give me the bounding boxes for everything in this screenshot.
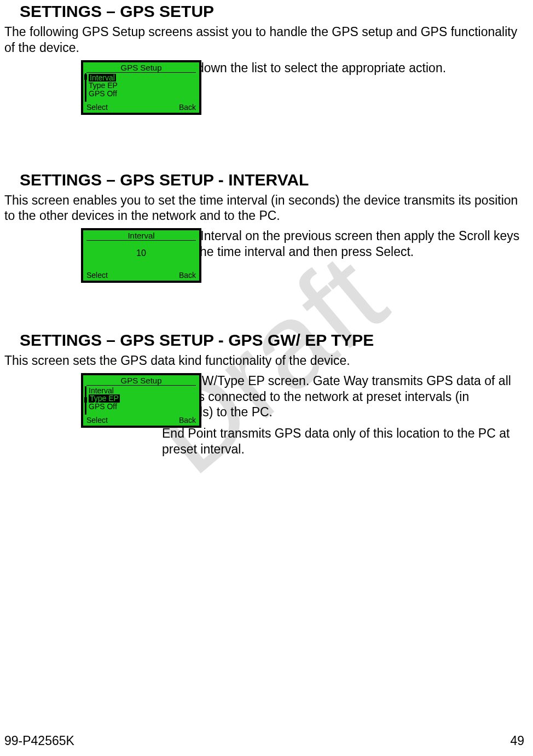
lcd-interval-value: 10 (83, 248, 199, 258)
caption-interval: Select Interval on the previous screen t… (162, 228, 523, 260)
body-gps-setup: The following GPS Setup screens assist y… (4, 24, 529, 56)
lcd-item-interval: Interval (89, 387, 196, 395)
body-interval: This screen enables you to set the time … (4, 193, 529, 224)
lcd-softkey-select: Select (86, 103, 108, 112)
lcd-scroll-thumb (84, 397, 87, 403)
doc-number: 99-P42565K (4, 734, 74, 748)
lcd-item-type-ep: Type EP (89, 82, 196, 90)
lcd-softkey-select: Select (86, 271, 108, 280)
lcd-title: GPS Setup (86, 62, 196, 73)
lcd-screenshot-gw-ep: GPS Setup Interval Type EP GPS Off Selec… (81, 373, 201, 428)
lcd-title: GPS Setup (86, 375, 196, 386)
lcd-softkey-back: Back (179, 271, 196, 280)
caption-gps-setup: Scroll down the list to select the appro… (162, 60, 523, 76)
lcd-item-type-ep: Type EP (89, 394, 120, 403)
lcd-screenshot-interval: Interval 10 Select Back (81, 228, 201, 283)
heading-interval: SETTINGS – GPS SETUP - INTERVAL (20, 171, 529, 189)
lcd-softkey-back: Back (179, 103, 196, 112)
caption-gw-ep-1: GPS GW/Type EP screen. Gate Way transmit… (162, 373, 523, 420)
lcd-menu-list: Interval Type EP GPS Off (83, 386, 199, 411)
heading-gps-setup: SETTINGS – GPS SETUP (20, 2, 529, 21)
lcd-softkey-back: Back (179, 416, 196, 424)
caption-gw-ep-2: End Point transmits GPS data only of thi… (162, 426, 523, 457)
body-gw-ep-type: This screen sets the GPS data kind funct… (4, 353, 529, 369)
heading-gw-ep-type: SETTINGS – GPS SETUP - GPS GW/ EP TYPE (20, 331, 529, 350)
lcd-item-gps-off: GPS Off (89, 90, 196, 98)
lcd-softkey-select: Select (86, 416, 108, 424)
lcd-title: Interval (86, 230, 196, 241)
page-number: 49 (510, 734, 524, 748)
lcd-menu-list: Interval Type EP GPS Off (83, 73, 199, 98)
lcd-item-interval: Interval (89, 74, 116, 82)
lcd-screenshot-gps-setup: GPS Setup Interval Type EP GPS Off Selec… (81, 60, 201, 115)
lcd-item-gps-off: GPS Off (89, 403, 196, 411)
lcd-scroll-thumb (84, 74, 87, 80)
